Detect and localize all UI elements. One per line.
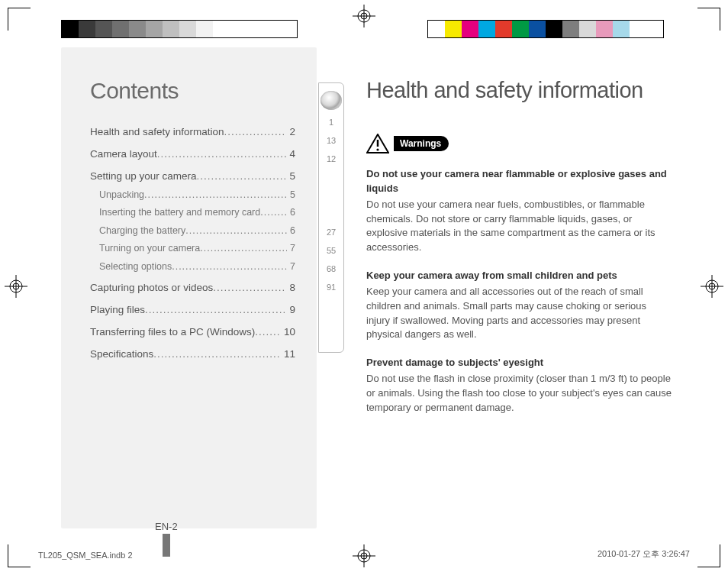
swatch [179,21,196,37]
disc-icon [321,91,342,110]
swatch [613,21,630,37]
toc-page: 7 [287,260,295,274]
crop-mark [8,544,31,567]
toc-page: 5 [286,170,295,184]
tab-guide: 1131227556891 [318,82,344,353]
toc-subentry: Unpacking ..............................… [90,189,295,202]
tab-page-number: 68 [319,264,343,273]
swatch [112,21,129,37]
warning-section: Do not use your camera near flammable or… [366,167,672,255]
swatch [462,21,478,37]
toc-entry: Camera layout ..........................… [90,147,295,162]
swatch [546,21,562,37]
warning-body: Keep your camera and all accessories out… [366,286,646,341]
toc-label: Specifications [90,347,153,362]
toc-label: Unpacking [99,189,144,202]
toc-entry: Capturing photos or videos .............… [90,281,295,296]
swatch [445,21,462,37]
page-title: Health and safety information [366,78,672,103]
crop-mark [697,544,720,567]
toc-label: Transferring files to a PC (Windows) [90,325,255,340]
swatch [146,21,163,37]
page-number-bar [163,534,170,557]
toc-label: Playing files [90,303,145,318]
registration-mark-icon [701,275,723,301]
toc-page: 11 [281,347,295,362]
tab-page-number: 13 [319,136,343,145]
warning-body: Do not use the flash in close proximity … [366,373,672,413]
toc-page: 9 [286,303,295,318]
swatch [529,21,546,37]
swatch [129,21,146,37]
registration-mark-icon [5,275,27,301]
toc-label: Selecting options [99,260,172,274]
swatch [213,21,230,37]
swatch [596,21,613,37]
toc-page: 6 [287,225,295,238]
swatch [428,21,445,37]
swatch [95,21,112,37]
contents-panel: Contents Health and safety information .… [61,47,317,528]
swatch [630,21,646,37]
warning-body: Do not use your camera near fuels, combu… [366,199,656,254]
tab-page-number: 1 [319,118,343,127]
tab-page-number: 27 [319,228,343,237]
swatch [646,21,663,37]
toc-label: Health and safety information [90,125,224,140]
toc-entry: Playing files ..........................… [90,303,295,318]
toc-page: 8 [286,281,295,296]
color-swatch-bar-left [61,20,298,38]
tab-page-number: 91 [319,283,343,292]
tab-page-number: 55 [319,246,343,255]
registration-mark-icon [353,544,375,570]
swatch [196,21,213,37]
swatch [512,21,529,37]
toc-label: Inserting the battery and memory card [99,206,260,220]
tab-page-number: 12 [319,154,343,163]
slug-filename: TL205_QSM_SEA.indb 2 [38,551,133,560]
registration-mark-icon [353,5,375,31]
warning-section: Prevent damage to subjects' eyesightDo n… [366,356,672,415]
toc-page: 7 [287,242,295,256]
swatch [495,21,512,37]
table-of-contents: Health and safety information ..........… [90,125,295,362]
warning-heading: Do not use your camera near flammable or… [366,167,672,196]
swatch [579,21,596,37]
slug-timestamp: 2010-01-27 오후 3:26:47 [598,548,690,560]
toc-entry: Specifications .........................… [90,347,295,362]
toc-entry: Health and safety information ..........… [90,125,295,140]
swatch [79,21,95,37]
toc-page: 2 [286,125,295,140]
color-swatch-bar-right [427,20,664,38]
crop-mark [697,8,720,31]
toc-label: Charging the battery [99,225,185,238]
toc-subentry: Turning on your camera .................… [90,242,295,256]
swatch [263,21,280,37]
swatch [562,21,579,37]
toc-page: 10 [281,325,295,340]
content-panel: Health and safety information Warnings D… [366,78,672,429]
toc-page: 6 [287,206,295,220]
swatch [163,21,179,37]
toc-label: Setting up your camera [90,170,197,184]
page-number: EN-2 [155,521,178,532]
swatch [62,21,79,37]
swatch [478,21,495,37]
toc-subentry: Selecting options ......................… [90,260,295,274]
toc-entry: Transferring files to a PC (Windows) ...… [90,325,295,340]
svg-point-18 [376,148,378,150]
toc-subentry: Charging the battery ...................… [90,225,295,238]
swatch [280,21,297,37]
toc-entry: Setting up your camera .................… [90,170,295,184]
swatch [246,21,263,37]
toc-label: Turning on your camera [99,242,200,256]
toc-subentry: Inserting the battery and memory card ..… [90,206,295,220]
contents-title: Contents [90,78,295,104]
toc-label: Capturing photos or videos [90,281,213,296]
warning-section: Keep your camera away from small childre… [366,269,672,342]
warning-heading: Prevent damage to subjects' eyesight [366,356,672,370]
page-root: Contents Health and safety information .… [0,0,728,575]
warning-heading: Keep your camera away from small childre… [366,269,672,283]
swatch [230,21,246,37]
toc-label: Camera layout [90,147,157,162]
